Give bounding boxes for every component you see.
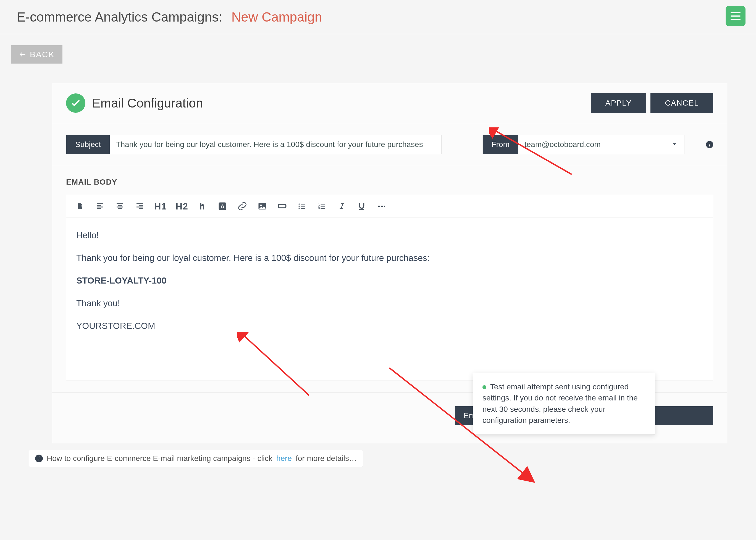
toast-message: Test email attempt sent using configured… xyxy=(482,382,638,425)
page-subtitle: New Campaign xyxy=(231,10,322,24)
from-dropdown-caret[interactable] xyxy=(665,140,684,149)
hamburger-line xyxy=(731,19,740,20)
body-line: STORE-LOYALTY-100 xyxy=(76,274,703,287)
panel-title: Email Configuration xyxy=(92,96,587,110)
back-label: BACK xyxy=(30,50,55,59)
email-config-panel: Email Configuration APPLY CANCEL Subject… xyxy=(52,83,727,443)
svg-point-5 xyxy=(299,203,300,205)
back-button[interactable]: BACK xyxy=(11,45,63,64)
help-link[interactable]: here xyxy=(276,454,292,463)
main-content: BACK Email Configuration APPLY CANCEL Su… xyxy=(0,34,756,478)
email-body-section: EMAIL BODY H1 H2 A 123 xyxy=(52,166,727,393)
bold-button[interactable] xyxy=(74,201,86,212)
email-body-label: EMAIL BODY xyxy=(66,178,713,187)
svg-rect-4 xyxy=(278,204,286,208)
subject-from-row: Subject From i xyxy=(52,123,727,166)
status-check-icon xyxy=(66,93,85,113)
bullet-list-button[interactable] xyxy=(297,201,308,212)
info-icon: i xyxy=(35,455,43,462)
underline-button[interactable] xyxy=(356,201,367,212)
check-icon xyxy=(70,97,81,109)
svg-text:3: 3 xyxy=(318,206,320,210)
hamburger-line xyxy=(731,12,740,13)
cancel-button[interactable]: CANCEL xyxy=(651,93,713,113)
h-script-button[interactable] xyxy=(197,201,208,212)
from-field-group: From xyxy=(482,135,685,154)
body-line: Thank you for being our loyal customer. … xyxy=(76,251,703,264)
subject-input[interactable] xyxy=(110,135,441,154)
page-title-text: E-commerce Analytics Campaigns: xyxy=(17,10,222,24)
image-button[interactable] xyxy=(257,201,268,212)
body-line: Hello! xyxy=(76,228,703,242)
subject-label: Subject xyxy=(66,135,110,154)
align-center-button[interactable] xyxy=(114,201,125,212)
page-title: E-commerce Analytics Campaigns: New Camp… xyxy=(17,9,322,25)
subject-field-group: Subject xyxy=(66,135,441,154)
editor-content[interactable]: Hello! Thank you for being our loyal cus… xyxy=(66,217,713,380)
from-label: From xyxy=(483,135,518,154)
align-left-button[interactable] xyxy=(94,201,105,212)
divider-button[interactable] xyxy=(376,201,387,212)
help-prefix: How to configure E-commerce E-mail marke… xyxy=(47,454,273,463)
link-button[interactable] xyxy=(237,201,248,212)
text-color-button[interactable]: A xyxy=(217,201,228,212)
apply-button[interactable]: APPLY xyxy=(591,93,646,113)
h2-button[interactable]: H2 xyxy=(176,201,188,212)
from-info-icon[interactable]: i xyxy=(706,141,713,148)
svg-point-7 xyxy=(299,207,300,209)
editor-toolbar: H1 H2 A 123 xyxy=(66,195,713,217)
svg-point-3 xyxy=(260,204,262,206)
toast-notification: Test email attempt sent using configured… xyxy=(473,373,655,435)
arrow-left-icon xyxy=(19,51,27,58)
body-line: YOURSTORE.COM xyxy=(76,319,703,333)
numbered-list-button[interactable]: 123 xyxy=(316,201,327,212)
svg-point-6 xyxy=(299,205,300,207)
from-input[interactable] xyxy=(518,135,665,154)
svg-text:A: A xyxy=(220,203,224,209)
rich-text-editor: H1 H2 A 123 Hello! Thank you for being o… xyxy=(66,195,713,381)
body-line: Thank you! xyxy=(76,297,703,310)
help-bar: i How to configure E-commerce E-mail mar… xyxy=(29,450,363,467)
test-email-row: Email Test email attempt sent using conf… xyxy=(52,393,727,443)
status-dot-icon xyxy=(482,385,486,389)
align-right-button[interactable] xyxy=(134,201,145,212)
page-header: E-commerce Analytics Campaigns: New Camp… xyxy=(0,0,756,34)
italic-button[interactable] xyxy=(336,201,347,212)
chevron-down-icon xyxy=(671,140,678,148)
menu-button[interactable] xyxy=(726,6,745,26)
panel-header: Email Configuration APPLY CANCEL xyxy=(52,83,727,123)
hamburger-line xyxy=(731,16,740,17)
h1-button[interactable]: H1 xyxy=(154,201,167,212)
button-button[interactable] xyxy=(277,201,288,212)
help-suffix: for more details… xyxy=(296,454,357,463)
